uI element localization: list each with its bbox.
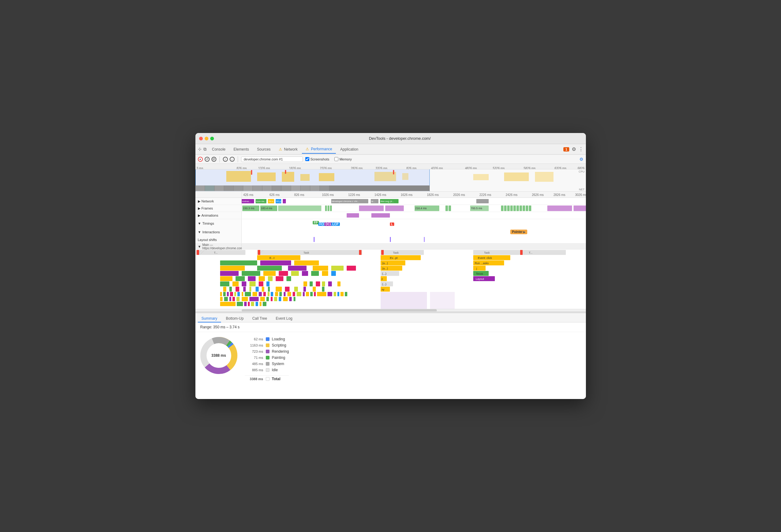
memory-label: Memory: [339, 158, 352, 161]
total-color: [266, 377, 270, 381]
close-button[interactable]: [199, 137, 203, 140]
screenshot-thumb: [301, 185, 310, 191]
rendering-value: 723 ms: [245, 350, 263, 353]
scripting-name: Scripting: [272, 343, 286, 348]
flame-row-1-svg: T... Task: [195, 250, 586, 255]
animations-expand[interactable]: ▶: [198, 214, 200, 218]
svg-text:700.5 ms: 700.5 ms: [471, 207, 483, 210]
memory-toggle[interactable]: Memory: [334, 157, 352, 161]
pointer-interaction: Pointer ▶: [510, 230, 527, 234]
tab-sources[interactable]: Sources: [253, 145, 275, 153]
cursor-icon[interactable]: ⊹: [198, 146, 202, 152]
screenshots-toggle[interactable]: Screenshots: [305, 157, 329, 161]
horizontal-scrollbar[interactable]: [195, 309, 586, 311]
tab-elements[interactable]: Elements: [230, 145, 253, 153]
record-button[interactable]: ●: [198, 157, 203, 162]
svg-rect-52: [278, 206, 321, 211]
svg-rect-101: [257, 255, 300, 260]
svg-rect-4: [319, 173, 334, 181]
issues-badge[interactable]: 1: [563, 147, 569, 151]
svg-rect-181: [230, 292, 233, 296]
interactions-expand[interactable]: ▼: [198, 230, 201, 234]
svg-text:T...: T...: [529, 251, 533, 254]
svg-rect-125: [242, 271, 260, 276]
svg-rect-67: [504, 206, 506, 211]
tab-console[interactable]: Console: [208, 145, 230, 153]
svg-text:2226 ms: 2226 ms: [480, 193, 491, 196]
svg-rect-229: [263, 302, 266, 306]
frames-expand[interactable]: ▶: [198, 207, 200, 211]
svg-rect-91: [258, 250, 260, 255]
system-color: [266, 362, 270, 366]
window-title: DevTools - developer.chrome.com/: [218, 136, 582, 141]
screenshot-thumb: [214, 185, 224, 191]
svg-rect-172: [294, 287, 298, 292]
svg-rect-64: [547, 206, 572, 211]
svg-rect-198: [306, 292, 309, 296]
tab-performance[interactable]: ⚠ Performance: [302, 145, 336, 154]
overview-chart[interactable]: CPU NET: [195, 169, 586, 192]
time-mark-3: 1826 ms: [289, 167, 301, 170]
svg-rect-109: [294, 260, 319, 265]
tab-network[interactable]: ⚠ Network: [275, 145, 301, 153]
animations-track: ▶ Animations: [195, 212, 586, 219]
svg-text:(...): (...): [382, 283, 386, 286]
screenshots-checkbox[interactable]: [305, 157, 309, 161]
device-icon[interactable]: ⧉: [203, 146, 207, 152]
svg-rect-231: [430, 292, 455, 309]
tab-call-tree[interactable]: Call Tree: [248, 315, 271, 322]
svg-text:extras...: extras...: [242, 200, 251, 203]
svg-rect-80: [424, 237, 425, 242]
tab-bottom-up[interactable]: Bottom-Up: [222, 315, 247, 322]
upload-button[interactable]: ↑: [223, 157, 228, 162]
svg-rect-154: [303, 281, 307, 286]
more-menu-icon[interactable]: ⋮: [578, 146, 583, 152]
svg-rect-9: [535, 172, 553, 182]
svg-text:183.4 ms: 183.4 ms: [261, 207, 273, 210]
overview-strip[interactable]: 3 ms 826 ms 1326 ms 1826 ms 2326 ms 2826…: [195, 164, 586, 192]
svg-rect-81: [196, 250, 245, 255]
reload-button[interactable]: ↺: [205, 157, 210, 162]
tab-summary[interactable]: Summary: [198, 315, 221, 322]
network-expand[interactable]: ▶: [198, 200, 200, 203]
toolbar-right: 1 ⚙ ⋮: [563, 146, 583, 152]
perf-settings-icon[interactable]: ⚙: [579, 157, 583, 162]
svg-rect-1: [257, 173, 276, 181]
clear-button[interactable]: ⊘: [211, 157, 216, 162]
svg-rect-12: [393, 170, 394, 174]
main-expand[interactable]: ▼: [198, 245, 201, 249]
svg-rect-219: [283, 297, 288, 301]
flame-row-4-svg: (a...) j: [195, 265, 586, 271]
svg-rect-205: [340, 292, 343, 296]
frames-content: 150.3 ms 183.4 ms: [242, 205, 586, 212]
svg-rect-190: [271, 292, 273, 296]
time-mark-9: 4826 ms: [465, 167, 477, 170]
traffic-lights: [199, 137, 214, 140]
download-button[interactable]: ↓: [230, 157, 235, 162]
svg-rect-122: [473, 266, 486, 271]
svg-text:icon-ba...: icon-ba...: [256, 200, 266, 203]
minimize-button[interactable]: [205, 137, 208, 140]
svg-text:2426 ms: 2426 ms: [506, 193, 518, 196]
settings-icon[interactable]: ⚙: [572, 146, 576, 152]
maximize-button[interactable]: [210, 137, 214, 140]
tab-application[interactable]: Application: [336, 145, 362, 153]
svg-text:426 ms: 426 ms: [243, 193, 253, 196]
timeline-area: 3 ms 826 ms 1326 ms 1826 ms 2326 ms 2826…: [195, 164, 586, 311]
svg-rect-216: [271, 297, 273, 301]
timing-lcp-marker: LCP: [331, 221, 340, 226]
svg-text:E...t: E...t: [270, 257, 275, 260]
svg-rect-178: [220, 292, 222, 296]
toolbar-icons: ⊹ ⧉: [198, 146, 207, 152]
svg-rect-225: [248, 302, 250, 306]
svg-rect-221: [294, 297, 295, 301]
svg-text:1826 ms: 1826 ms: [427, 193, 439, 196]
svg-text:1026 ms: 1026 ms: [322, 193, 334, 196]
flame-row-2-svg: E...t Ev...pt Event: click: [195, 255, 586, 260]
tab-event-log[interactable]: Event Log: [272, 315, 296, 322]
legend-idle: 885 ms Idle: [245, 368, 289, 372]
timings-expand[interactable]: ▼: [198, 222, 201, 225]
screenshots-label: Screenshots: [311, 158, 329, 161]
scrollbar-thumb[interactable]: [242, 309, 437, 311]
memory-checkbox[interactable]: [334, 157, 338, 161]
